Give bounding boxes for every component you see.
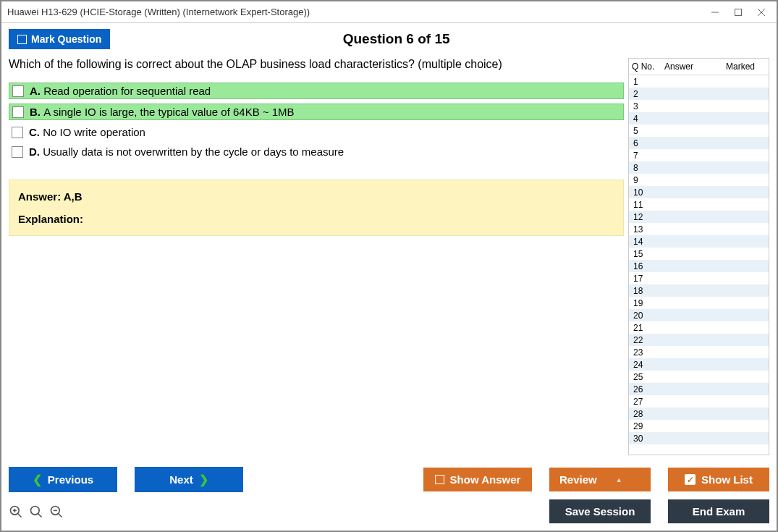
question-list-row[interactable]: 3	[629, 100, 769, 112]
close-button[interactable]	[756, 7, 766, 17]
row-qno: 7	[633, 151, 666, 161]
option-text: A. Read operation for sequential read	[30, 85, 211, 97]
row-qno: 12	[633, 212, 666, 222]
zoom-reset-icon[interactable]	[9, 504, 23, 519]
next-button[interactable]: Next ❯	[135, 467, 243, 492]
row-qno: 22	[633, 335, 666, 345]
question-list-row[interactable]: 8	[629, 161, 769, 174]
row-qno: 28	[633, 409, 666, 419]
question-list-row[interactable]: 26	[629, 383, 769, 395]
question-list-row[interactable]: 5	[629, 124, 769, 137]
zoom-out-icon[interactable]	[49, 504, 64, 519]
question-list-row[interactable]: 27	[629, 395, 769, 408]
save-session-button[interactable]: Save Session	[549, 499, 651, 523]
dropdown-arrow-icon: ▲	[616, 476, 622, 484]
question-list-row[interactable]: 25	[629, 371, 769, 383]
question-list-row[interactable]: 18	[629, 284, 769, 297]
question-list-header: Q No. Answer Marked	[629, 59, 769, 75]
checkbox-icon[interactable]	[12, 85, 24, 97]
row-qno: 17	[633, 274, 666, 284]
row-qno: 23	[633, 347, 666, 358]
question-list-row[interactable]: 2	[629, 88, 769, 100]
question-list-row[interactable]: 22	[629, 334, 769, 346]
check-icon: ✓	[685, 474, 695, 485]
option-c[interactable]: C. No IO write operation	[9, 124, 624, 140]
show-list-button[interactable]: ✓ Show List	[668, 468, 769, 491]
square-icon	[435, 475, 444, 484]
checkbox-icon[interactable]	[12, 127, 23, 138]
review-button[interactable]: Review ▲	[549, 468, 651, 491]
question-list-row[interactable]: 6	[629, 137, 769, 149]
row-qno: 26	[633, 384, 666, 394]
question-list-row[interactable]: 7	[629, 149, 769, 161]
end-exam-label: End Exam	[693, 505, 745, 518]
row-qno: 20	[633, 311, 666, 321]
question-list-row[interactable]: 4	[629, 112, 769, 124]
row-qno: 25	[633, 372, 666, 382]
row-qno: 24	[633, 360, 666, 370]
question-list-row[interactable]: 29	[629, 420, 769, 432]
explanation-label: Explanation:	[18, 213, 614, 225]
row-qno: 16	[633, 261, 666, 271]
question-list-row[interactable]: 28	[629, 408, 769, 420]
main-row: Which of the following is correct about …	[9, 58, 769, 455]
question-list-row[interactable]: 1	[629, 75, 769, 88]
col-qno: Q No.	[632, 62, 664, 72]
checkbox-icon[interactable]	[12, 146, 23, 158]
question-list-row[interactable]: 14	[629, 235, 769, 248]
row-qno: 4	[633, 114, 666, 124]
row-qno: 3	[633, 101, 666, 111]
question-text: Which of the following is correct about …	[9, 58, 624, 71]
show-answer-button[interactable]: Show Answer	[423, 468, 532, 491]
option-a[interactable]: A. Read operation for sequential read	[9, 83, 624, 99]
svg-rect-1	[735, 9, 742, 15]
window-title: Huawei H13-629 (HCIE-Storage (Written) (…	[7, 7, 710, 17]
chevron-right-icon: ❯	[199, 473, 208, 486]
question-list-body[interactable]: 1234567891011121314151617181920212223242…	[629, 75, 769, 455]
zoom-in-icon[interactable]	[29, 504, 43, 519]
question-list-row[interactable]: 21	[629, 321, 769, 334]
option-text: C. No IO write operation	[29, 126, 145, 138]
question-list-row[interactable]: 24	[629, 358, 769, 371]
window-controls	[710, 7, 771, 17]
option-text: D. Usually data is not overwritten by th…	[29, 145, 344, 158]
question-list-row[interactable]: 9	[629, 174, 769, 186]
review-label: Review	[559, 473, 597, 486]
chevron-left-icon: ❮	[33, 473, 42, 486]
end-exam-button[interactable]: End Exam	[668, 499, 769, 523]
previous-button[interactable]: ❮ Previous	[9, 467, 117, 492]
option-d[interactable]: D. Usually data is not overwritten by th…	[9, 144, 624, 159]
question-counter: Question 6 of 15	[110, 31, 769, 47]
question-list-row[interactable]: 12	[629, 211, 769, 223]
question-list-row[interactable]: 23	[629, 346, 769, 358]
question-list-row[interactable]: 20	[629, 309, 769, 321]
question-list-row[interactable]: 16	[629, 260, 769, 272]
answer-box: Answer: A,B Explanation:	[9, 180, 624, 236]
row-qno: 14	[633, 237, 666, 247]
option-b[interactable]: B. A single IO is large, the typical val…	[9, 104, 624, 120]
question-list-row[interactable]: 11	[629, 198, 769, 211]
show-list-label: Show List	[701, 473, 753, 486]
content-area: Mark Question Question 6 of 15 Which of …	[1, 23, 777, 461]
question-list-row[interactable]: 30	[629, 432, 769, 444]
row-qno: 29	[633, 421, 666, 431]
question-list-row[interactable]: 10	[629, 186, 769, 198]
button-row-2: Save Session End Exam	[9, 499, 769, 523]
question-list-row[interactable]: 17	[629, 272, 769, 284]
maximize-button[interactable]	[733, 7, 743, 17]
row-qno: 19	[633, 298, 666, 308]
option-text: B. A single IO is large, the typical val…	[30, 106, 295, 118]
row-qno: 10	[633, 187, 666, 198]
svg-line-5	[18, 513, 22, 517]
question-list-row[interactable]: 19	[629, 297, 769, 309]
row-qno: 2	[633, 89, 666, 99]
row-qno: 30	[633, 434, 666, 444]
mark-question-button[interactable]: Mark Question	[9, 29, 110, 49]
question-list-row[interactable]: 13	[629, 223, 769, 235]
row-qno: 15	[633, 249, 666, 259]
col-marked: Marked	[715, 62, 766, 72]
minimize-button[interactable]	[710, 7, 720, 17]
svg-line-11	[59, 513, 62, 517]
question-list-row[interactable]: 15	[629, 248, 769, 260]
checkbox-icon[interactable]	[12, 106, 24, 118]
